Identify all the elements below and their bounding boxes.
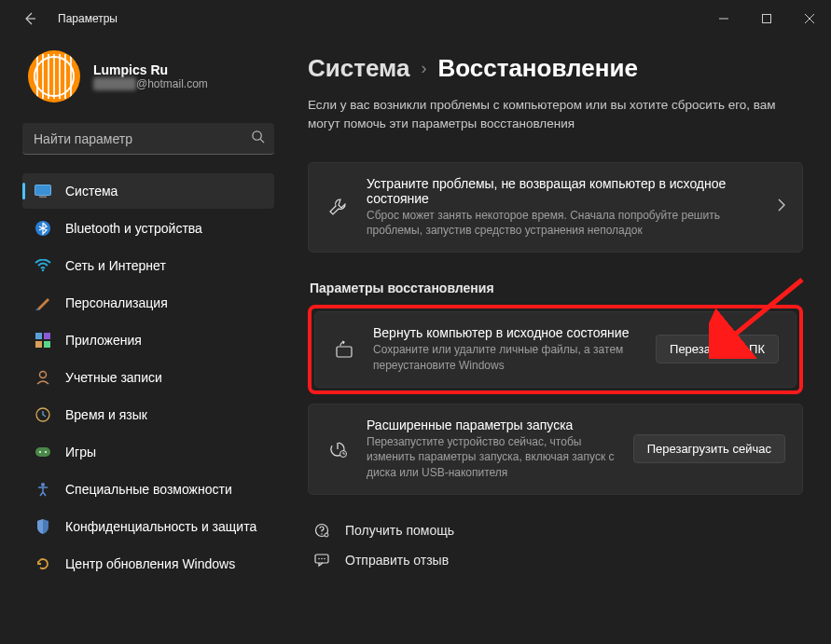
nav-list: Система Bluetooth и устройства Сеть и Ин… <box>22 173 284 582</box>
svg-point-20 <box>321 533 323 535</box>
profile-email: xxxxxxx@hotmail.com <box>93 77 208 90</box>
breadcrumb: Система › Восстановление <box>308 54 803 83</box>
nav-item-bluetooth[interactable]: Bluetooth и устройства <box>22 211 274 246</box>
accessibility-icon <box>34 480 52 499</box>
wrench-icon <box>325 198 350 216</box>
svg-rect-16 <box>337 347 352 357</box>
svg-point-25 <box>324 558 325 560</box>
svg-rect-9 <box>44 341 50 348</box>
get-help-link[interactable]: Получить помощь <box>308 515 803 545</box>
search-input[interactable] <box>34 131 251 146</box>
wifi-icon <box>34 256 52 275</box>
clock-icon <box>34 405 52 424</box>
svg-rect-2 <box>35 185 51 196</box>
svg-rect-0 <box>763 15 771 23</box>
svg-point-24 <box>321 558 323 560</box>
related-links: Получить помощь Отправить отзыв <box>308 515 803 575</box>
page-description: Если у вас возникли проблемы с компьютер… <box>308 96 783 134</box>
avatar <box>28 50 80 103</box>
content: Система › Восстановление Если у вас возн… <box>289 37 831 644</box>
nav-item-privacy[interactable]: Конфиденциальность и защита <box>22 509 274 544</box>
titlebar: Параметры <box>0 0 831 37</box>
chevron-right-icon: › <box>421 59 426 78</box>
highlight-box: Вернуть компьютер в исходное состояние С… <box>308 305 803 394</box>
feedback-link[interactable]: Отправить отзыв <box>308 545 803 575</box>
maximize-button[interactable] <box>745 0 788 37</box>
apps-icon <box>34 331 52 349</box>
brush-icon <box>34 294 52 312</box>
svg-point-5 <box>42 269 44 271</box>
account-icon <box>34 368 52 387</box>
help-icon <box>312 523 332 538</box>
profile[interactable]: Lumpics Ru xxxxxxx@hotmail.com <box>22 50 284 103</box>
search-icon <box>251 130 265 147</box>
chevron-right-icon <box>778 199 785 215</box>
card-title: Вернуть компьютер в исходное состояние <box>373 325 656 340</box>
card-sub: Перезапустите устройство сейчас, чтобы и… <box>367 434 633 481</box>
svg-rect-8 <box>35 341 42 348</box>
system-icon <box>34 182 52 200</box>
card-title: Устраните проблемы, не возвращая компьют… <box>367 176 765 206</box>
card-advanced-startup: Расширенные параметры запуска Перезапуст… <box>308 404 803 495</box>
svg-rect-7 <box>44 333 50 339</box>
svg-point-13 <box>39 451 41 453</box>
nav-item-gaming[interactable]: Игры <box>22 434 274 470</box>
window-title: Параметры <box>58 12 118 25</box>
breadcrumb-parent[interactable]: Система <box>308 54 409 83</box>
sidebar: Lumpics Ru xxxxxxx@hotmail.com Система <box>0 37 289 644</box>
reset-pc-button[interactable]: Перезагрузка ПК <box>656 335 779 363</box>
card-sub: Сброс может занять некоторое время. Снач… <box>367 208 765 240</box>
restart-now-button[interactable]: Перезагрузить сейчас <box>633 434 785 463</box>
nav-item-apps[interactable]: Приложения <box>22 322 274 358</box>
svg-rect-12 <box>35 447 50 457</box>
nav-item-personalization[interactable]: Персонализация <box>22 285 274 321</box>
svg-point-1 <box>253 131 261 140</box>
back-button[interactable] <box>19 7 41 30</box>
card-troubleshoot[interactable]: Устраните проблемы, не возвращая компьют… <box>308 162 803 253</box>
shield-icon <box>34 517 52 536</box>
section-title: Параметры восстановления <box>310 281 803 295</box>
minimize-button[interactable] <box>702 0 745 37</box>
close-button[interactable] <box>788 0 831 37</box>
svg-rect-6 <box>35 333 42 339</box>
nav-item-update[interactable]: Центр обновления Windows <box>22 546 274 582</box>
bluetooth-icon <box>34 219 52 238</box>
svg-point-21 <box>325 533 328 537</box>
card-reset-pc: Вернуть компьютер в исходное состояние С… <box>314 311 796 388</box>
nav-item-accessibility[interactable]: Специальные возможности <box>22 472 274 507</box>
power-icon <box>325 440 350 459</box>
reset-icon <box>332 340 356 359</box>
nav-item-network[interactable]: Сеть и Интернет <box>22 248 274 283</box>
nav-item-time-language[interactable]: Время и язык <box>22 397 274 432</box>
games-icon <box>34 443 52 461</box>
update-icon <box>34 555 52 573</box>
feedback-icon <box>312 553 332 568</box>
svg-rect-3 <box>39 197 47 199</box>
search-box[interactable] <box>22 123 274 155</box>
svg-point-15 <box>41 483 45 486</box>
profile-name: Lumpics Ru <box>93 62 208 77</box>
card-title: Расширенные параметры запуска <box>367 418 633 432</box>
nav-item-accounts[interactable]: Учетные записи <box>22 360 274 395</box>
svg-point-14 <box>45 451 47 453</box>
card-sub: Сохраните или удалите личные файлы, а за… <box>373 342 656 374</box>
svg-point-10 <box>40 372 47 378</box>
nav-item-system[interactable]: Система <box>22 173 274 209</box>
svg-point-23 <box>318 558 320 560</box>
breadcrumb-current: Восстановление <box>437 54 637 83</box>
